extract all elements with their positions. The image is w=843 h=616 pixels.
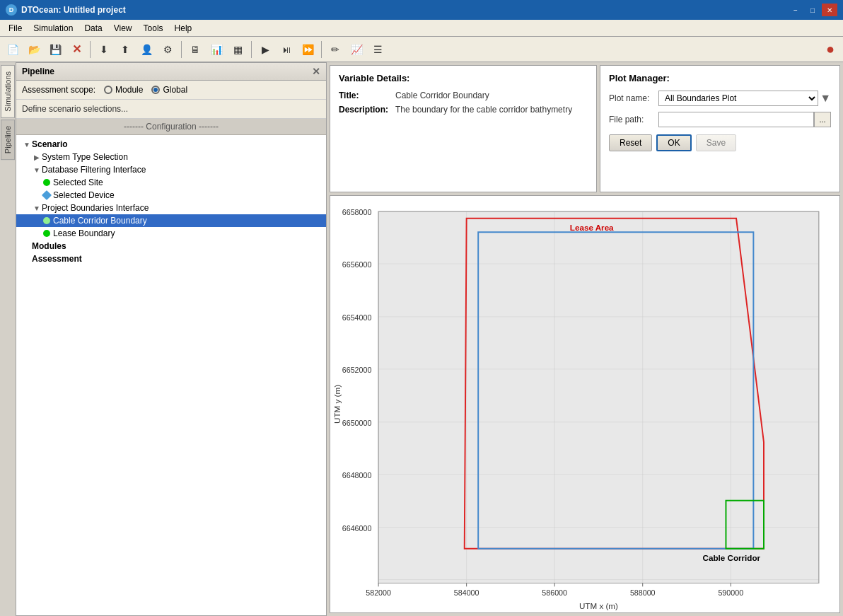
scope-module-option[interactable]: Module <box>104 85 143 95</box>
pm-reset-button[interactable]: Reset <box>609 134 652 151</box>
tree-cable-label: Cable Corridor Boundary <box>53 216 147 226</box>
scope-global-radio[interactable] <box>151 86 160 94</box>
close-button[interactable]: ✕ <box>822 4 837 16</box>
toolbar-import[interactable]: ⬇ <box>94 40 114 59</box>
tree-scenario-label: Scenario <box>32 139 68 149</box>
tree-db-filter[interactable]: ▼ Database Filtering Interface <box>16 163 326 176</box>
tree-device-label: Selected Device <box>53 190 115 200</box>
tree-selected-site[interactable]: Selected Site <box>16 176 326 189</box>
y-tick-1: 6656000 <box>342 260 372 269</box>
tree-system-type[interactable]: ▶ System Type Selection <box>16 151 326 163</box>
tree-modules[interactable]: Modules <box>16 240 326 252</box>
define-scenario-row[interactable]: Define scenario selections... <box>16 100 326 119</box>
maximize-button[interactable]: □ <box>805 4 820 16</box>
var-desc-label: Description: <box>339 105 395 115</box>
toolbar-settings[interactable]: ⚙ <box>158 40 178 59</box>
menu-bar: File Simulation Data View Tools Help <box>0 20 843 37</box>
pm-plot-name-select[interactable]: All Boundaries Plot <box>658 91 818 106</box>
toolbar-play[interactable]: ▶ <box>255 40 275 59</box>
config-header: ------- Configuration ------- <box>16 119 326 135</box>
tree-project-bounds[interactable]: ▼ Project Boundaries Interface <box>16 202 326 214</box>
pm-file-path-input[interactable] <box>658 112 814 127</box>
scope-module-label: Module <box>115 85 143 95</box>
expand-scenario-icon: ▼ <box>22 141 32 149</box>
top-right-panels: Variable Details: Title: Cable Corridor … <box>330 65 840 192</box>
x-tick-4: 590000 <box>718 588 743 597</box>
lease-area-label: Lease Area <box>570 223 614 232</box>
dot-selected-device <box>42 190 52 200</box>
toolbar-table[interactable]: 📊 <box>207 40 226 59</box>
toolbar-list[interactable]: ☰ <box>368 40 388 59</box>
pm-save-button: Save <box>696 134 736 151</box>
scope-global-label: Global <box>163 85 187 95</box>
toolbar-user[interactable]: 👤 <box>136 40 156 59</box>
expand-system-icon: ▶ <box>32 153 42 161</box>
menu-data[interactable]: Data <box>79 22 107 35</box>
x-tick-2: 586000 <box>542 588 567 597</box>
variable-details-title: Variable Details: <box>339 73 588 83</box>
y-tick-6: 6646000 <box>342 524 372 533</box>
tree-site-label: Selected Site <box>53 178 103 187</box>
toolbar-delete[interactable]: ✕ <box>66 40 86 59</box>
pm-ok-button[interactable]: OK <box>656 134 691 151</box>
tree-modules-label: Modules <box>32 241 66 251</box>
pm-dropdown-icon[interactable]: ▼ <box>820 92 831 105</box>
plot-manager-title: Plot Manager: <box>609 73 831 83</box>
toolbar: 📄 📂 💾 ✕ ⬇ ⬆ 👤 ⚙ 🖥 📊 ▦ ▶ ⏯ ⏩ ✏ 📈 ☰ ● <box>0 37 843 62</box>
scope-row: Assessment scope: Module Global <box>16 81 326 100</box>
sep-3 <box>251 41 252 58</box>
sep-1 <box>90 41 91 58</box>
menu-simulation[interactable]: Simulation <box>28 22 79 35</box>
x-tick-1: 584000 <box>454 588 479 597</box>
toolbar-help-icon[interactable]: ● <box>820 40 840 59</box>
tree-cable-corridor[interactable]: Cable Corridor Boundary <box>16 214 326 227</box>
right-area: Variable Details: Title: Cable Corridor … <box>327 62 843 616</box>
toolbar-forward[interactable]: ⏩ <box>298 40 318 59</box>
toolbar-step[interactable]: ⏯ <box>277 40 296 59</box>
pm-plot-name-row: Plot name: All Boundaries Plot ▼ <box>609 91 831 106</box>
pm-plot-name-label: Plot name: <box>609 93 658 103</box>
y-tick-5: 6648000 <box>342 471 372 480</box>
tree-assessment-label: Assessment <box>32 254 82 264</box>
toolbar-new[interactable]: 📄 <box>3 40 23 59</box>
title-bar: D DTOcean: Untitled project − □ ✕ <box>0 0 843 20</box>
x-tick-0: 582000 <box>366 588 391 597</box>
toolbar-grid[interactable]: ▦ <box>228 40 248 59</box>
y-axis-title: UTM y (m) <box>332 385 342 424</box>
x-tick-3: 588000 <box>630 588 656 597</box>
pm-browse-button[interactable]: ... <box>814 112 831 127</box>
sidebar-tab-simulations[interactable]: Simulations <box>1 65 15 118</box>
x-axis-title: UTM x (m) <box>579 601 618 610</box>
tree-lease-label: Lease Boundary <box>53 228 115 238</box>
toolbar-save[interactable]: 💾 <box>45 40 65 59</box>
var-desc-row: Description: The boundary for the cable … <box>339 105 588 115</box>
toolbar-edit[interactable]: ✏ <box>325 40 345 59</box>
dot-lease-boundary <box>43 230 50 237</box>
tree-view: ▼ Scenario ▶ System Type Selection ▼ Dat… <box>16 135 326 615</box>
scope-module-radio[interactable] <box>104 86 112 94</box>
tree-assessment[interactable]: Assessment <box>16 252 326 265</box>
sidebar-tab-pipeline[interactable]: Pipeline <box>1 120 15 160</box>
menu-help[interactable]: Help <box>169 22 198 35</box>
toolbar-chart[interactable]: 📈 <box>347 40 366 59</box>
scope-label: Assessment scope: <box>22 85 95 95</box>
cable-corridor-label: Cable Corridor <box>702 553 760 562</box>
toolbar-screen[interactable]: 🖥 <box>185 40 205 59</box>
tree-scenario[interactable]: ▼ Scenario <box>16 138 326 151</box>
toolbar-open[interactable]: 📂 <box>24 40 44 59</box>
tree-lease-boundary[interactable]: Lease Boundary <box>16 227 326 240</box>
pm-file-path-label: File path: <box>609 115 658 124</box>
pipeline-title: Pipeline <box>22 66 54 76</box>
menu-file[interactable]: File <box>3 22 28 35</box>
menu-view[interactable]: View <box>108 22 138 35</box>
menu-tools[interactable]: Tools <box>138 22 169 35</box>
toolbar-export[interactable]: ⬆ <box>115 40 135 59</box>
var-title-row: Title: Cable Corridor Boundary <box>339 91 588 100</box>
expand-bounds-icon: ▼ <box>32 204 42 212</box>
scope-global-option[interactable]: Global <box>151 85 187 95</box>
minimize-button[interactable]: − <box>788 4 803 16</box>
y-tick-0: 6658000 <box>342 208 372 216</box>
pipeline-close-button[interactable]: ✕ <box>312 66 320 77</box>
tree-selected-device[interactable]: Selected Device <box>16 189 326 202</box>
expand-db-icon: ▼ <box>32 166 42 174</box>
